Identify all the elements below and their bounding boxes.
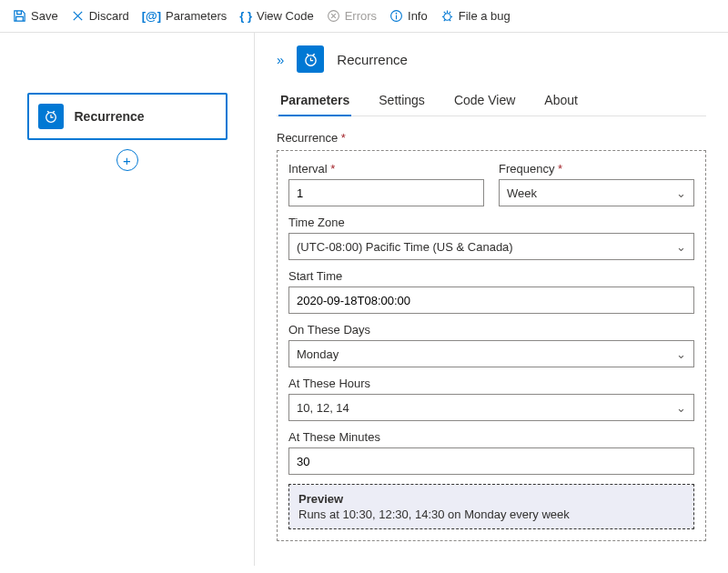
bug-icon (440, 9, 454, 23)
save-icon (13, 9, 26, 23)
svg-point-3 (443, 14, 450, 21)
preview-title: Preview (298, 492, 684, 506)
plus-icon: + (123, 153, 131, 168)
interval-label: Interval (288, 162, 484, 176)
hours-select[interactable]: 10, 12, 14 ⌄ (288, 394, 694, 421)
parameters-label: Parameters (166, 9, 227, 23)
braces-icon: { } (239, 9, 252, 23)
tab-about[interactable]: About (542, 85, 580, 116)
hours-value: 10, 12, 14 (297, 401, 349, 415)
error-icon (327, 9, 340, 23)
info-label: Info (408, 9, 428, 23)
save-button[interactable]: Save (13, 9, 58, 23)
recurrence-group: Interval Frequency Week ⌄ Time Zone (UTC… (277, 150, 706, 541)
command-bar: Save Discard [@] Parameters { } View Cod… (0, 0, 728, 33)
tab-code-view[interactable]: Code View (452, 85, 517, 116)
timezone-label: Time Zone (288, 216, 694, 229)
interval-input[interactable] (288, 179, 484, 206)
svg-point-2 (396, 13, 398, 15)
file-bug-button[interactable]: File a bug (440, 9, 511, 23)
chevron-down-icon: ⌄ (676, 240, 686, 254)
save-label: Save (31, 9, 58, 23)
chevron-down-icon: ⌄ (676, 401, 686, 415)
view-code-button[interactable]: { } View Code (239, 9, 313, 23)
tab-settings[interactable]: Settings (377, 85, 427, 116)
info-icon (389, 9, 403, 23)
frequency-select[interactable]: Week ⌄ (499, 179, 694, 206)
close-icon (71, 9, 85, 23)
errors-button: Errors (327, 9, 377, 23)
days-label: On These Days (288, 323, 694, 337)
frequency-label: Frequency (499, 162, 694, 176)
section-recurrence-label: Recurrence (277, 131, 706, 145)
frequency-value: Week (507, 186, 537, 200)
timezone-value: (UTC-08:00) Pacific Time (US & Canada) (297, 240, 513, 254)
clock-icon (297, 45, 324, 73)
tab-parameters[interactable]: Parameters (278, 85, 351, 116)
discard-label: Discard (89, 9, 129, 23)
designer-canvas: Recurrence + (0, 33, 255, 566)
days-select[interactable]: Monday ⌄ (288, 340, 694, 367)
details-panel: » Recurrence Parameters Settings Code Vi… (255, 33, 728, 566)
minutes-input[interactable] (288, 447, 694, 475)
node-title: Recurrence (75, 109, 145, 124)
panel-header: » Recurrence (277, 45, 706, 73)
add-step-button[interactable]: + (116, 149, 138, 171)
panel-tabs: Parameters Settings Code View About (277, 85, 706, 116)
hours-label: At These Hours (288, 377, 694, 390)
starttime-input[interactable] (288, 286, 694, 314)
preview-box: Preview Runs at 10:30, 12:30, 14:30 on M… (288, 484, 694, 529)
days-value: Monday (297, 347, 339, 361)
collapse-icon[interactable]: » (277, 52, 284, 67)
preview-text: Runs at 10:30, 12:30, 14:30 on Monday ev… (298, 508, 684, 521)
parameters-icon: [@] (142, 9, 161, 23)
view-code-label: View Code (257, 9, 314, 23)
errors-label: Errors (345, 9, 377, 23)
timezone-select[interactable]: (UTC-08:00) Pacific Time (US & Canada) ⌄ (288, 233, 694, 260)
starttime-label: Start Time (288, 269, 694, 283)
parameters-button[interactable]: [@] Parameters (142, 9, 228, 23)
chevron-down-icon: ⌄ (676, 347, 686, 361)
minutes-label: At These Minutes (288, 430, 694, 444)
chevron-down-icon: ⌄ (676, 186, 686, 200)
recurrence-node[interactable]: Recurrence (27, 93, 228, 140)
file-bug-label: File a bug (459, 9, 511, 23)
info-button[interactable]: Info (389, 9, 428, 23)
panel-title: Recurrence (337, 52, 408, 67)
discard-button[interactable]: Discard (71, 9, 129, 23)
clock-icon (38, 104, 64, 129)
